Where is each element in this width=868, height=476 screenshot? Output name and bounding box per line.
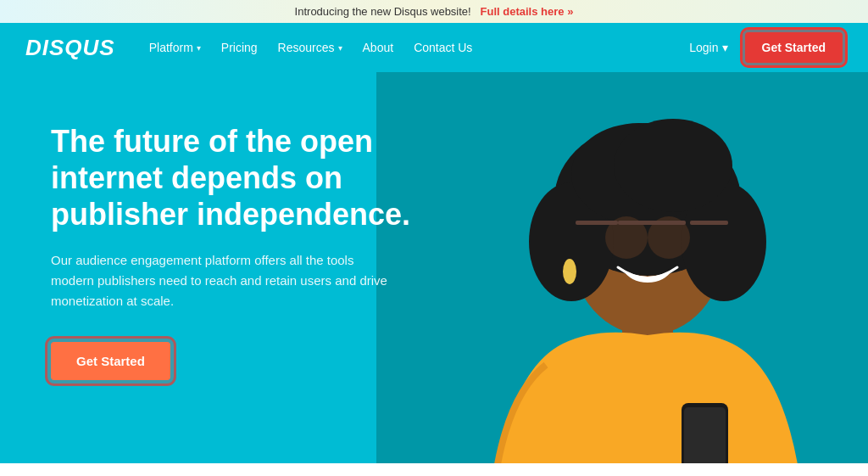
nav-item-resources[interactable]: Resources ▾ — [278, 41, 342, 54]
chevron-down-icon: ▾ — [722, 41, 728, 54]
hero-content: The future of the open internet depends … — [51, 123, 441, 380]
navbar: DISQUS Platform ▾ Pricing Resources ▾ Ab… — [0, 23, 868, 72]
announcement-link[interactable]: Full details here » — [481, 5, 574, 18]
nav-item-platform[interactable]: Platform ▾ — [149, 41, 201, 54]
nav-about-label: About — [363, 41, 394, 54]
nav-contact-label: Contact Us — [414, 41, 472, 54]
hero-image — [376, 72, 868, 463]
nav-links: Platform ▾ Pricing Resources ▾ About Con… — [149, 41, 690, 54]
announcement-text: Introducing the new Disqus website! — [295, 5, 471, 18]
nav-right: Login ▾ Get Started — [689, 32, 843, 63]
nav-item-contact[interactable]: Contact Us — [414, 41, 472, 54]
nav-pricing-label: Pricing — [221, 41, 258, 54]
hero-headline: The future of the open internet depends … — [51, 123, 441, 233]
nav-platform-label: Platform — [149, 41, 193, 54]
svg-point-9 — [614, 119, 732, 212]
logo[interactable]: DISQUS — [25, 35, 115, 61]
login-button[interactable]: Login ▾ — [689, 41, 727, 54]
hero-subtext: Our audience engagement platform offers … — [51, 250, 390, 311]
svg-rect-14 — [690, 221, 728, 225]
svg-rect-12 — [618, 221, 686, 225]
svg-rect-13 — [576, 221, 618, 225]
svg-rect-16 — [684, 407, 726, 463]
nav-resources-label: Resources — [278, 41, 335, 54]
hero-section: The future of the open internet depends … — [0, 72, 868, 463]
nav-item-about[interactable]: About — [363, 41, 394, 54]
login-label: Login — [689, 41, 718, 54]
get-started-nav-button[interactable]: Get Started — [745, 32, 843, 63]
announcement-bar: Introducing the new Disqus website! Full… — [0, 0, 868, 23]
svg-point-17 — [563, 259, 576, 284]
nav-item-pricing[interactable]: Pricing — [221, 41, 258, 54]
get-started-hero-button[interactable]: Get Started — [51, 342, 170, 380]
hero-illustration — [376, 72, 868, 463]
chevron-down-icon: ▾ — [338, 43, 342, 53]
chevron-down-icon: ▾ — [197, 43, 201, 53]
